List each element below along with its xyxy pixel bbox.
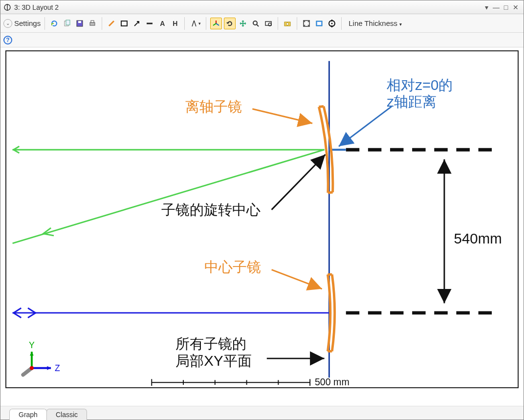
maximize-button[interactable]: □ (501, 3, 511, 11)
svg-point-41 (30, 366, 34, 370)
svg-rect-7 (91, 21, 94, 22)
xy-plane-label-2: 局部XY平面 (175, 353, 251, 369)
layers-tool[interactable] (314, 18, 325, 29)
axis-y-label: Y (29, 340, 35, 350)
svg-line-13 (216, 23, 219, 25)
coordinate-triad: Y Z (23, 340, 60, 375)
print-button[interactable] (87, 18, 98, 29)
dimension-icon: H (171, 19, 179, 28)
pan-tool[interactable] (238, 18, 248, 29)
secondary-toolbar: ? (0, 33, 524, 47)
svg-point-15 (253, 21, 257, 25)
compass-icon (190, 19, 198, 28)
z-distance-label-2: z轴距离 (387, 93, 437, 110)
rotate-icon (225, 19, 234, 28)
xy-plane-label-1: 所有子镜的 (175, 335, 246, 352)
help-button[interactable]: ? (3, 36, 12, 44)
svg-rect-23 (317, 22, 321, 25)
svg-rect-6 (90, 22, 95, 25)
axis-tool[interactable] (210, 18, 222, 29)
tab-bar: Graph Classic (0, 406, 524, 420)
line-thickness-label: Line Thickness (349, 19, 397, 27)
axis-icon (212, 19, 220, 28)
center-mirror-arrow (272, 270, 322, 289)
text-tool[interactable]: A (157, 18, 168, 29)
canvas-area: 540mm 相对z=0的 z轴距离 (0, 47, 524, 406)
fit-tool[interactable] (301, 18, 312, 29)
toolbar: ⌄ Settings A H ▾ Line Thickness ▾ (0, 14, 524, 33)
svg-rect-9 (121, 21, 127, 26)
svg-point-25 (331, 22, 333, 24)
off-axis-arrow (252, 109, 312, 123)
dropdown-button[interactable]: ▾ (481, 3, 491, 11)
arrow-icon (132, 19, 141, 28)
dimension-tool[interactable]: H (170, 18, 180, 29)
svg-line-28 (319, 107, 324, 107)
scale-bar-label: 500 mm (315, 376, 349, 387)
arrow-tool[interactable] (131, 18, 142, 29)
app-icon (3, 3, 11, 11)
tab-graph[interactable]: Graph (9, 409, 47, 420)
z-distance-label-1: 相对z=0的 (387, 77, 453, 93)
pan-icon (239, 19, 247, 28)
zoom-tool[interactable] (250, 18, 261, 29)
scale-bar: 500 mm (152, 376, 349, 387)
copy-button[interactable] (62, 18, 72, 29)
rectangle-icon (120, 19, 129, 28)
off-axis-label: 离轴子镜 (185, 98, 242, 114)
refresh-button[interactable] (49, 18, 60, 29)
refresh-icon (50, 19, 59, 28)
line-tool[interactable] (144, 18, 155, 29)
compass-tool[interactable]: ▾ (189, 18, 202, 29)
svg-line-16 (257, 24, 259, 26)
svg-line-29 (328, 192, 333, 193)
rotate-tool[interactable] (224, 18, 236, 29)
z-distance-arrow (339, 107, 392, 146)
fit-icon (302, 19, 311, 28)
center-mirror-label: 中心子镜 (204, 259, 261, 275)
rectangle-tool[interactable] (119, 18, 130, 29)
save-button[interactable] (74, 18, 85, 29)
save-icon (75, 19, 84, 28)
ray-reflected (13, 150, 325, 243)
close-button[interactable]: ✕ (511, 3, 521, 11)
zoom-rect-tool[interactable] (263, 18, 274, 29)
viewport-border: 540mm 相对z=0的 z轴距离 (5, 50, 519, 388)
layers-icon (315, 19, 324, 28)
print-icon (88, 19, 97, 28)
text-icon: A (158, 19, 167, 28)
svg-rect-5 (78, 21, 81, 23)
zoom-rect-icon (264, 19, 273, 28)
svg-point-20 (286, 22, 289, 25)
pencil-tool[interactable] (106, 18, 117, 29)
settings-button[interactable]: Settings (14, 19, 41, 27)
tab-classic[interactable]: Classic (46, 409, 87, 420)
expand-toggle[interactable]: ⌄ (3, 19, 12, 28)
camera-tool[interactable] (282, 18, 293, 29)
target-tool[interactable] (327, 18, 337, 29)
line-icon (145, 19, 154, 28)
target-icon (328, 19, 336, 28)
window-root: 3: 3D Layout 2 ▾ — □ ✕ ⌄ Settings A H ▾ (0, 0, 524, 420)
pencil-icon (107, 19, 116, 28)
rotation-center-label: 子镜的旋转中心 (161, 201, 261, 218)
minimize-button[interactable]: — (491, 3, 501, 11)
copy-icon (63, 19, 71, 28)
diagram-svg[interactable]: 540mm 相对z=0的 z轴距离 (6, 51, 518, 387)
line-thickness-dropdown[interactable]: Line Thickness ▾ (346, 19, 405, 27)
axis-z-label: Z (55, 363, 60, 373)
zoom-icon (251, 19, 260, 28)
svg-line-8 (109, 21, 114, 26)
window-title: 3: 3D Layout 2 (14, 3, 59, 11)
dimension-value: 540mm (454, 230, 502, 246)
titlebar: 3: 3D Layout 2 ▾ — □ ✕ (0, 0, 524, 14)
svg-line-10 (134, 22, 139, 26)
camera-icon (283, 19, 292, 28)
svg-rect-3 (66, 20, 70, 25)
svg-line-14 (213, 23, 216, 25)
